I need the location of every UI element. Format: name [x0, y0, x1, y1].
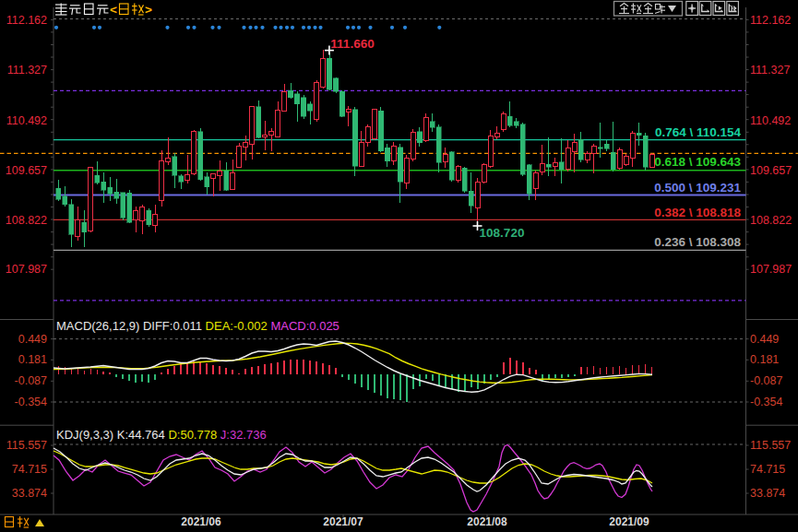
- svg-text:0.382 \ 108.818: 0.382 \ 108.818: [654, 206, 741, 219]
- svg-text:0.236 \ 108.308: 0.236 \ 108.308: [654, 235, 741, 249]
- svg-text:0.181: 0.181: [18, 353, 47, 366]
- svg-text:2021/07: 2021/07: [323, 515, 363, 528]
- svg-text:108.822: 108.822: [6, 214, 47, 227]
- svg-text:112.162: 112.162: [6, 14, 47, 27]
- svg-text:33.874: 33.874: [12, 487, 47, 500]
- svg-text:-0.354: -0.354: [750, 396, 782, 408]
- svg-text:<: <: [110, 3, 117, 17]
- svg-text:112.162: 112.162: [750, 14, 791, 27]
- svg-text:108.822: 108.822: [750, 214, 792, 227]
- svg-text:0.500 \ 109.231: 0.500 \ 109.231: [654, 181, 741, 195]
- svg-text:0.181: 0.181: [750, 353, 779, 366]
- svg-text:111.327: 111.327: [750, 64, 790, 77]
- svg-text:-0.087: -0.087: [15, 374, 47, 387]
- svg-text:MACD(26,12,9) DIFF:0.011 DEA:: MACD(26,12,9) DIFF:0.011 DEA:-0.002 MACD…: [56, 319, 339, 333]
- svg-text:0.449: 0.449: [750, 333, 779, 346]
- svg-text:74.715: 74.715: [750, 463, 785, 476]
- svg-text:KDJ(9,3,3) K:44.764 D:50.778: KDJ(9,3,3) K:44.764 D:50.778 J:32.736: [56, 428, 267, 442]
- svg-text:>: >: [145, 3, 152, 17]
- svg-text:107.987: 107.987: [6, 263, 47, 276]
- svg-text:2021/06: 2021/06: [181, 515, 221, 528]
- svg-text:109.657: 109.657: [6, 164, 47, 177]
- svg-text:33.874: 33.874: [750, 487, 785, 500]
- svg-text:108.720: 108.720: [480, 226, 525, 240]
- svg-text:-0.354: -0.354: [15, 396, 47, 408]
- svg-text:115.557: 115.557: [750, 439, 791, 452]
- svg-text:111.327: 111.327: [7, 64, 47, 77]
- svg-text:115.557: 115.557: [6, 439, 47, 452]
- svg-text:110.492: 110.492: [750, 114, 791, 127]
- svg-text:109.657: 109.657: [750, 164, 792, 177]
- svg-text:-0.087: -0.087: [750, 374, 782, 387]
- svg-text:0.449: 0.449: [18, 333, 47, 346]
- svg-text:74.715: 74.715: [12, 463, 47, 476]
- svg-text:0.764 \ 110.154: 0.764 \ 110.154: [655, 125, 742, 139]
- svg-text:2021/08: 2021/08: [467, 515, 507, 528]
- svg-text:2021/09: 2021/09: [609, 515, 649, 528]
- svg-text:0.618 \ 109.643: 0.618 \ 109.643: [654, 155, 741, 169]
- svg-text:111.660: 111.660: [330, 37, 374, 51]
- svg-text:110.492: 110.492: [6, 114, 47, 127]
- svg-text:107.987: 107.987: [750, 263, 792, 276]
